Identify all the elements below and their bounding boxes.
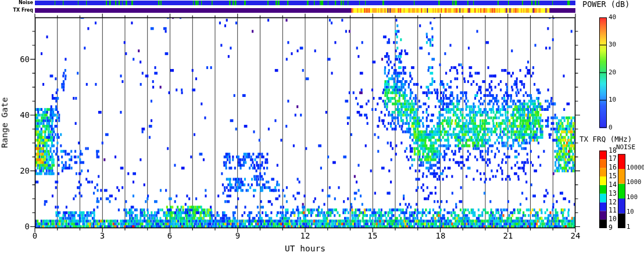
tx-freq-colorbar-tick: 12 — [609, 199, 617, 206]
x-tick-label: 15 — [362, 232, 383, 240]
radar-summary-plot: Noise TX Freq UT hours Range Gate 0 3 6 … — [0, 0, 644, 256]
tx-freq-colorbar-tick: 16 — [609, 164, 617, 171]
tx-freq-colorbar-tick: 15 — [609, 173, 617, 180]
noise-colorbar-tick: 100 — [627, 194, 638, 200]
tx-freq-colorbar-tick: 14 — [609, 182, 617, 189]
x-tick-label: 18 — [430, 232, 451, 240]
x-tick-label: 24 — [565, 232, 586, 240]
tx-freq-colorbar-tick: 18 — [609, 147, 617, 154]
tx-freq-colorbar-title: TX FRQ (MHz) — [579, 136, 632, 143]
tx-freq-colorbar-tick: 11 — [609, 207, 617, 214]
power-colorbar-tick: 10 — [609, 96, 616, 103]
y-tick-label: 40 — [11, 111, 30, 119]
power-colorbar-tick: 20 — [609, 69, 616, 75]
noise-colorbar-tick: 10 — [627, 208, 634, 215]
power-colorbar-tick: 0 — [609, 124, 613, 131]
noise-colorbar-tick: 1000 — [627, 179, 641, 185]
tx-freq-colorbar-tick: 9 — [609, 225, 613, 232]
noise-strip-label: Noise — [3, 1, 33, 5]
plot-canvas — [0, 0, 644, 256]
x-tick-label: 21 — [498, 232, 518, 240]
tx-freq-colorbar-tick: 17 — [609, 156, 617, 163]
power-colorbar-tick: 30 — [609, 41, 616, 48]
x-axis-title: UT hours — [270, 244, 340, 253]
x-tick-label: 0 — [24, 232, 45, 240]
y-tick-label: 60 — [11, 55, 30, 63]
x-tick-label: 12 — [295, 232, 316, 240]
y-tick-label: 0 — [11, 222, 30, 230]
noise-colorbar-tick: 10000 — [627, 164, 644, 171]
x-tick-label: 6 — [159, 232, 180, 240]
tx-freq-colorbar-tick: 10 — [609, 216, 617, 223]
noise-colorbar-title: NOISE — [616, 144, 635, 150]
tx-freq-strip-label: TX Freq — [3, 8, 33, 13]
tx-freq-colorbar-tick: 13 — [609, 190, 617, 197]
y-axis-title: Range Gate — [1, 91, 9, 154]
power-colorbar-title: POWER (dB) — [582, 1, 629, 9]
x-tick-label: 3 — [92, 232, 113, 240]
power-colorbar-tick: 40 — [609, 14, 616, 20]
noise-colorbar-tick: 1 — [627, 223, 630, 230]
x-tick-label: 9 — [227, 232, 248, 240]
y-tick-label: 20 — [11, 167, 30, 175]
